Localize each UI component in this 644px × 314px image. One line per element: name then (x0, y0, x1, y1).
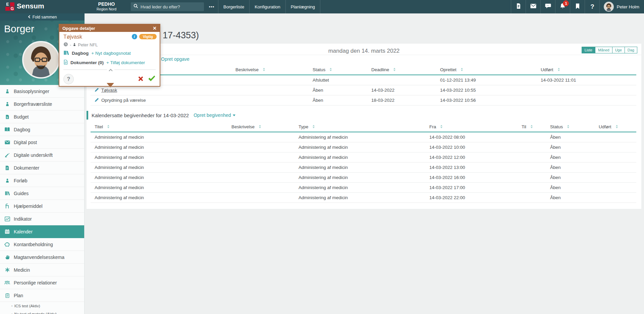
table-row[interactable]: Administering af medicin Administering a… (91, 173, 636, 183)
chat-button[interactable] (540, 0, 555, 13)
table-row[interactable]: Afsluttet 01-12-2021 13:49 14-03-2022 11… (91, 75, 636, 85)
help-button[interactable]: ? (63, 74, 74, 84)
col-udfoert[interactable]: Udført (595, 124, 636, 129)
asterisk-icon (4, 267, 10, 273)
cell-fra: 14-03-2022 16:00 (425, 175, 518, 180)
chevron-up-icon[interactable] (107, 67, 114, 73)
nav-konfiguration[interactable]: Konfiguration (249, 0, 285, 13)
cell-titel: Administering af medicin (91, 145, 227, 150)
search-input[interactable] (141, 4, 198, 9)
nav-planlaegning[interactable]: Planlægning (285, 0, 320, 13)
search-icon (133, 4, 138, 10)
user-name: Peter Holm (616, 4, 639, 9)
documents-button[interactable] (511, 0, 526, 13)
sidebar-item-digitale-underskrift[interactable]: Digitale underskrift (0, 149, 84, 162)
piggy-bank-icon (4, 241, 10, 247)
new-diary-note-link[interactable]: + Nyt dagbogsnotat (91, 51, 130, 56)
pencil-icon[interactable] (95, 98, 99, 103)
people-group-icon (4, 280, 10, 285)
document-icon (4, 165, 10, 171)
citizen-avatar[interactable] (22, 41, 60, 79)
more-menu-button[interactable]: ••• (206, 0, 217, 13)
confirm-button[interactable] (147, 75, 156, 84)
sidebar-subitem-ny-test-af-metode[interactable]: Ny test af metode (Aktiv) (0, 310, 84, 314)
cell-titel: Administering af medicin (91, 185, 227, 190)
sidebar-item-forloeb[interactable]: Forløb (0, 174, 84, 187)
person-icon (4, 178, 10, 183)
sidebar-item-label: Magtanvendelsesskema (14, 255, 64, 260)
sidebar-item-magtanvendelsesskema[interactable]: Magtanvendelsesskema (0, 251, 84, 264)
col-status[interactable]: Status (546, 124, 595, 129)
sidebar-item-hjaelpemiddel[interactable]: Hjælpemiddel (0, 200, 84, 213)
view-liste-button[interactable]: Liste (582, 47, 595, 53)
notifications-button[interactable]: 1 (555, 0, 570, 13)
cell-deadline: 14-03-2022 (367, 88, 436, 93)
col-titel[interactable]: Titel (91, 124, 227, 129)
table-row[interactable]: Administering af medicin Administering a… (91, 163, 636, 173)
sidebar-item-kalender[interactable]: Kalender (0, 225, 84, 238)
sidebar-item-guides[interactable]: Guides (0, 187, 84, 200)
sidebar-item-kontantbeholdning[interactable]: Kontantbeholdning (0, 238, 84, 251)
cell-type: Administering af medicin (294, 145, 425, 150)
col-beskrivelse[interactable]: Beskrivelse (231, 67, 309, 72)
cell-type: Administering af medicin (294, 165, 425, 170)
sidebar-item-basisoplysninger[interactable]: Basisoplysninger (0, 85, 84, 98)
close-icon[interactable]: ✕ (153, 26, 157, 31)
cell-oprettet: 01-12-2021 13:49 (436, 78, 537, 83)
col-deadline[interactable]: Deadline (367, 67, 436, 72)
cell-status: Åben (546, 145, 595, 150)
sidebar-item-borgerfravaersliste[interactable]: Borgerfraværsliste (0, 98, 84, 110)
user-menu[interactable]: Peter Holm (599, 0, 644, 13)
view-dag-button[interactable]: Dag (625, 47, 637, 53)
col-status[interactable]: Status (309, 67, 367, 72)
sidebar-subitem-ics-test[interactable]: ICS test (Aktiv) (0, 302, 84, 310)
col-til[interactable]: Til (518, 124, 546, 129)
sidebar-item-dagbog[interactable]: Dagbog (0, 123, 84, 136)
cell-status: Åben (309, 98, 367, 103)
nav-borgerliste[interactable]: Borgerliste (218, 0, 249, 13)
sidebar-item-plan[interactable]: Plan (0, 289, 84, 302)
mail-button[interactable] (526, 0, 540, 13)
col-oprettet[interactable]: Oprettet (436, 67, 537, 72)
create-event-link[interactable]: Opret begivenhed (194, 113, 235, 118)
sidebar-item-indikator[interactable]: Indikator (0, 213, 84, 225)
sidebar-collapse-button[interactable]: Fold sammen (0, 13, 85, 20)
sidebar-item-budget[interactable]: $ Budget (0, 110, 84, 123)
table-row[interactable]: Administering af medicin Administering a… (91, 132, 636, 142)
info-icon[interactable]: i (132, 34, 137, 39)
events-heading: Kalendersatte begivenheder for 14-03-202… (92, 113, 189, 118)
col-beskrivelse[interactable]: Beskrivelse (227, 124, 294, 129)
sidebar-item-personlige-relationer[interactable]: Personlige relationer (0, 276, 84, 289)
view-maaned-button[interactable]: Måned (595, 47, 612, 53)
sidebar-item-dokumenter[interactable]: Dokumenter (0, 162, 84, 174)
table-row[interactable]: Oprydning på værelse Åben 18-03-2022 14-… (91, 95, 636, 105)
col-udfoert[interactable]: Udført (537, 67, 636, 72)
table-row[interactable]: Administering af medicin Administering a… (91, 142, 636, 152)
popup-flags: i Vigtig (132, 34, 157, 39)
task-link[interactable]: Oprydning på værelse (101, 98, 146, 103)
view-uge-button[interactable]: Uge (612, 47, 625, 53)
sort-icon (330, 67, 332, 72)
table-row[interactable]: Tøjvask Åben 14-03-2022 14-03-2022 10:55 (91, 85, 636, 95)
pencil-icon[interactable] (95, 88, 99, 93)
popup-task-title: Tøjvask (63, 34, 82, 40)
sidebar-item-medicin[interactable]: Medicin (0, 264, 84, 276)
col-type[interactable]: Type (294, 124, 425, 129)
department-selector[interactable]: PEDHO Region Nord (86, 1, 127, 11)
table-row[interactable]: Administering af medicin Administering a… (91, 193, 636, 203)
eg-logo-letter-g: G (10, 7, 14, 11)
table-row[interactable]: Administering af medicin Administering a… (91, 152, 636, 163)
add-documents-link[interactable]: + Tilføj dokumenter (106, 60, 145, 65)
reject-button[interactable] (137, 75, 144, 84)
col-fra[interactable]: Fra (425, 124, 518, 129)
bookmarks-button[interactable] (570, 0, 585, 13)
help-button[interactable]: ? (585, 0, 599, 13)
sidebar-item-label: Forløb (14, 178, 27, 183)
table-row[interactable]: Administering af medicin Administering a… (91, 183, 636, 193)
create-task-link[interactable]: Opret opgave (161, 56, 190, 62)
open-book-icon (4, 127, 10, 132)
sidebar-item-digital-post[interactable]: Digital post (0, 136, 84, 149)
cell-titel: Administering af medicin (91, 155, 227, 160)
cell-type: Administering af medicin (294, 135, 425, 140)
bookmark-icon (575, 3, 580, 10)
